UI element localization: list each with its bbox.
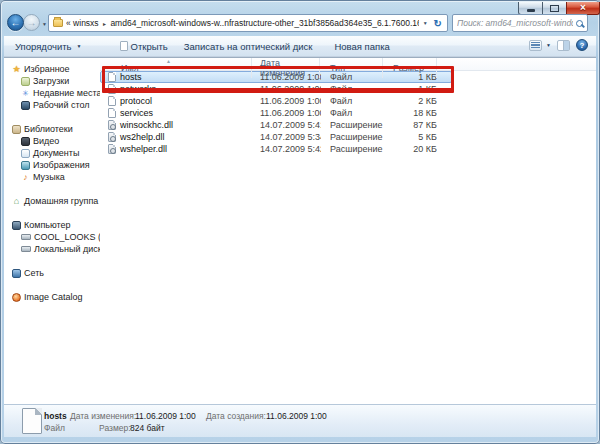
navigation-bar: ← → ▼ « winsxs ▸ amd64_microsoft-windows… — [0, 13, 600, 35]
breadcrumb[interactable]: « winsxs ▸ amd64_microsoft-windows-w..nf… — [66, 18, 419, 28]
refresh-icon[interactable]: ↻ — [432, 18, 444, 29]
details-modified-label: Дата изменения: — [70, 411, 136, 421]
sidebar-item[interactable]: Музыка — [4, 171, 100, 183]
sidebar-item[interactable]: Изображения — [4, 159, 100, 171]
file-type: Расширение при... — [321, 144, 384, 154]
details-file-name: hosts — [44, 411, 67, 421]
sidebar-item-label: Рабочий стол — [33, 100, 90, 110]
file-modified: 14.07.2009 5:34 — [253, 132, 321, 142]
document-icon — [120, 41, 128, 51]
search-input[interactable] — [457, 18, 573, 28]
details-size-label: Размер: — [99, 423, 131, 433]
file-name: wshelper.dll — [120, 144, 167, 154]
file-type-icon — [108, 108, 116, 118]
sidebar-item-label: Документы — [33, 148, 79, 158]
file-name: protocol — [120, 96, 152, 106]
sidebar-item[interactable]: Сеть — [4, 267, 100, 279]
preview-pane-button[interactable] — [557, 40, 570, 51]
file-size: 5 КБ — [384, 132, 438, 142]
file-row[interactable]: wshelper.dll 14.07.2009 5:42 Расширение … — [100, 143, 452, 155]
burn-label: Записать на оптический диск — [184, 41, 313, 52]
address-dropdown-icon[interactable]: ▼ — [419, 20, 432, 26]
sidebar-item-label: Сеть — [24, 268, 44, 278]
sidebar-item[interactable]: Рабочий стол — [4, 99, 100, 111]
chevron-down-icon: ▼ — [77, 43, 82, 49]
sidebar-item-label: Недавние места — [33, 88, 100, 98]
views-icon — [529, 40, 542, 51]
forward-button[interactable]: → — [23, 14, 40, 31]
sidebar-item[interactable]: Библиотеки — [4, 123, 100, 135]
breadcrumb-current[interactable]: amd64_microsoft-windows-w..nfrastructure… — [110, 18, 418, 28]
details-pane: hosts Дата изменения: 11.06.2009 1:00 Да… — [4, 404, 596, 437]
explorer-content: Избранное Загрузки Недавние места Рабочи… — [4, 57, 596, 404]
details-created-label: Дата создания: — [206, 411, 266, 421]
file-row[interactable]: ws2help.dll 14.07.2009 5:34 Расширение п… — [100, 131, 452, 143]
open-label: Открыть — [131, 41, 168, 52]
sidebar-item-label: Домашняя группа — [24, 196, 98, 206]
minimize-icon — [527, 9, 535, 12]
sidebar-item[interactable]: Домашняя группа — [4, 195, 100, 207]
file-size: 87 КБ — [384, 120, 438, 130]
file-list: Имя Дата изменения Тип Размер ▲ hosts 11… — [100, 58, 596, 404]
file-type: Файл — [321, 96, 384, 106]
file-row[interactable]: services 11.06.2009 1:00 Файл 18 КБ — [100, 107, 452, 119]
close-icon: × — [580, 3, 586, 13]
new-folder-label: Новая папка — [334, 41, 389, 52]
file-type-icon — [108, 120, 116, 130]
breadcrumb-root[interactable]: winsxs — [73, 18, 99, 28]
sidebar-item[interactable]: Компьютер — [4, 219, 100, 231]
sidebar-item[interactable]: COOL_LOOKS (C:) — [4, 231, 100, 243]
sidebar-item-label: Загрузки — [33, 76, 69, 86]
breadcrumb-overflow[interactable]: « — [66, 18, 71, 28]
sidebar-item[interactable]: Image Catalog — [4, 291, 100, 303]
burn-button[interactable]: Записать на оптический диск — [179, 39, 318, 54]
sidebar-item[interactable]: Локальный диск (D — [4, 243, 100, 255]
sidebar-item-icon — [21, 246, 31, 252]
sidebar-item[interactable]: Недавние места — [4, 87, 100, 99]
help-button[interactable]: ? — [576, 39, 588, 51]
sidebar-item[interactable]: Избранное — [4, 63, 100, 75]
organize-button[interactable]: Упорядочить ▼ — [10, 39, 87, 54]
details-file-type: Файл — [44, 423, 65, 433]
command-toolbar: Упорядочить ▼ Открыть Записать на оптиче… — [4, 36, 596, 57]
file-size: 20 КБ — [384, 144, 438, 154]
sidebar-item-label: COOL_LOOKS (C:) — [34, 232, 100, 242]
details-modified-value: 11.06.2009 1:00 — [135, 411, 196, 421]
highlight-red-box — [102, 66, 454, 93]
file-size: 2 КБ — [384, 96, 438, 106]
file-modified: 14.07.2009 5:41 — [253, 120, 321, 130]
sidebar-item-icon — [12, 125, 21, 134]
sort-ascending-icon: ▲ — [166, 58, 171, 64]
details-size-value: 824 байт — [130, 423, 165, 433]
file-name: winsockhc.dll — [120, 120, 173, 130]
file-row[interactable]: protocol 11.06.2009 1:00 Файл 2 КБ — [100, 95, 452, 107]
search-box[interactable] — [452, 14, 588, 32]
address-bar[interactable]: « winsxs ▸ amd64_microsoft-windows-w..nf… — [48, 14, 448, 32]
file-name: services — [120, 108, 153, 118]
folder-icon — [53, 19, 63, 27]
open-button[interactable]: Открыть — [115, 39, 173, 54]
sidebar-item-label: Библиотеки — [24, 124, 73, 134]
back-button[interactable]: ← — [7, 14, 24, 31]
details-created-value: 11.06.2009 1:00 — [266, 411, 327, 421]
search-icon — [576, 20, 583, 27]
file-row[interactable]: winsockhc.dll 14.07.2009 5:41 Расширение… — [100, 119, 452, 131]
file-modified: 14.07.2009 5:42 — [253, 144, 321, 154]
change-view-button[interactable]: ▼ — [529, 40, 551, 51]
new-folder-button[interactable]: Новая папка — [329, 39, 394, 54]
sidebar-item-icon — [21, 101, 30, 110]
file-modified: 11.06.2009 1:00 — [253, 96, 321, 106]
sidebar-item-icon — [12, 221, 21, 230]
sidebar-item[interactable]: Загрузки — [4, 75, 100, 87]
sidebar-item[interactable]: Документы — [4, 147, 100, 159]
sidebar-item[interactable]: Видео — [4, 135, 100, 147]
sidebar-item-icon — [21, 161, 30, 170]
file-name: ws2help.dll — [120, 132, 165, 142]
sidebar-item-icon — [21, 137, 30, 146]
sidebar-item-label: Музыка — [33, 172, 65, 182]
chevron-down-icon: ▼ — [546, 42, 551, 48]
recent-pages-caret-icon[interactable]: ▼ — [42, 21, 47, 27]
sidebar-item-label: Изображения — [33, 160, 90, 170]
sidebar-item-icon — [12, 269, 21, 278]
file-type-icon — [108, 144, 116, 154]
